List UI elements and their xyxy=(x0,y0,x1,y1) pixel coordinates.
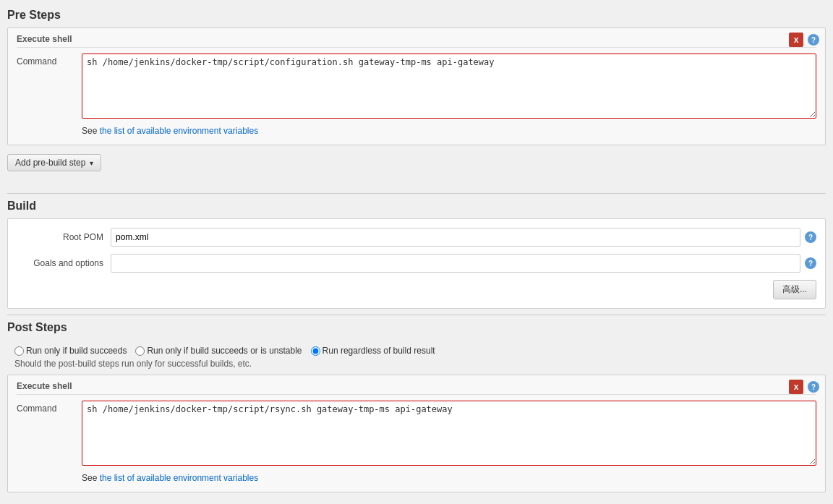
add-pre-build-step-button[interactable]: Add pre-build step ▾ xyxy=(7,154,101,171)
radio-success-label: Run only if build succeeds xyxy=(26,346,127,356)
post-steps-section: Post Steps Run only if build succeeds Ru… xyxy=(7,321,826,492)
add-pre-build-step-label: Add pre-build step xyxy=(15,158,85,168)
radio-label-success[interactable]: Run only if build succeeds xyxy=(14,346,127,356)
pre-steps-execute-shell: Execute shell x ? Command See the list o… xyxy=(7,27,826,145)
post-steps-env-link[interactable]: the list of available environment variab… xyxy=(100,473,258,483)
radio-always-label: Run regardless of build result xyxy=(322,346,435,356)
advanced-btn-row: 高级... xyxy=(17,280,816,299)
goals-input[interactable] xyxy=(111,254,800,273)
radio-label-always[interactable]: Run regardless of build result xyxy=(311,346,435,356)
post-steps-help-icon[interactable]: ? xyxy=(808,381,819,393)
divider-1 xyxy=(7,193,826,194)
post-steps-command-input[interactable] xyxy=(82,401,816,466)
radio-unstable-label: Run only if build succeeds or is unstabl… xyxy=(147,346,302,356)
post-steps-env-link-row: See the list of available environment va… xyxy=(17,470,816,483)
goals-help-icon[interactable]: ? xyxy=(805,257,816,269)
post-steps-execute-shell: Execute shell x ? Command See the list o… xyxy=(7,375,826,492)
post-steps-title: Post Steps xyxy=(7,321,826,334)
divider-2 xyxy=(7,315,826,315)
pre-steps-command-label: Command xyxy=(17,54,82,67)
goals-label: Goals and options xyxy=(17,258,111,268)
build-section: Build Root POM ? Goals and options ? 高级.… xyxy=(7,200,826,309)
radio-success[interactable] xyxy=(14,346,24,356)
radio-always[interactable] xyxy=(311,346,320,356)
pre-steps-title: Pre Steps xyxy=(7,9,826,22)
pre-steps-close-button[interactable]: x xyxy=(789,33,803,47)
build-title: Build xyxy=(7,200,826,213)
post-steps-hint: Should the post-build steps run only for… xyxy=(7,357,826,375)
post-steps-shell-header: Execute shell xyxy=(17,381,816,395)
pre-steps-shell-header: Execute shell xyxy=(17,34,816,48)
add-pre-build-step-arrow-icon: ▾ xyxy=(90,159,93,167)
goals-row: Goals and options ? xyxy=(17,254,816,273)
post-steps-radio-row: Run only if build succeeds Run only if b… xyxy=(7,340,826,357)
post-steps-command-label: Command xyxy=(17,401,82,414)
page-container: Pre Steps Execute shell x ? Command See … xyxy=(0,0,833,504)
pre-steps-section: Pre Steps Execute shell x ? Command See … xyxy=(7,9,826,187)
pre-steps-command-row: Command xyxy=(17,54,816,119)
root-pom-help-icon[interactable]: ? xyxy=(805,231,816,243)
post-steps-command-row: Command xyxy=(17,401,816,466)
root-pom-row: Root POM ? xyxy=(17,228,816,247)
radio-label-unstable[interactable]: Run only if build succeeds or is unstabl… xyxy=(135,346,302,356)
pre-steps-env-link-row: See the list of available environment va… xyxy=(17,123,816,136)
pre-steps-command-input[interactable] xyxy=(82,54,816,119)
post-steps-radio-group: Run only if build succeeds Run only if b… xyxy=(7,340,826,375)
advanced-button[interactable]: 高级... xyxy=(773,280,816,299)
pre-steps-help-icon[interactable]: ? xyxy=(808,34,819,46)
build-content: Root POM ? Goals and options ? 高级... xyxy=(7,218,826,309)
pre-steps-env-link[interactable]: the list of available environment variab… xyxy=(100,126,258,136)
root-pom-label: Root POM xyxy=(17,232,111,242)
post-steps-close-button[interactable]: x xyxy=(789,380,803,394)
root-pom-input[interactable] xyxy=(111,228,800,247)
radio-unstable[interactable] xyxy=(135,346,145,356)
